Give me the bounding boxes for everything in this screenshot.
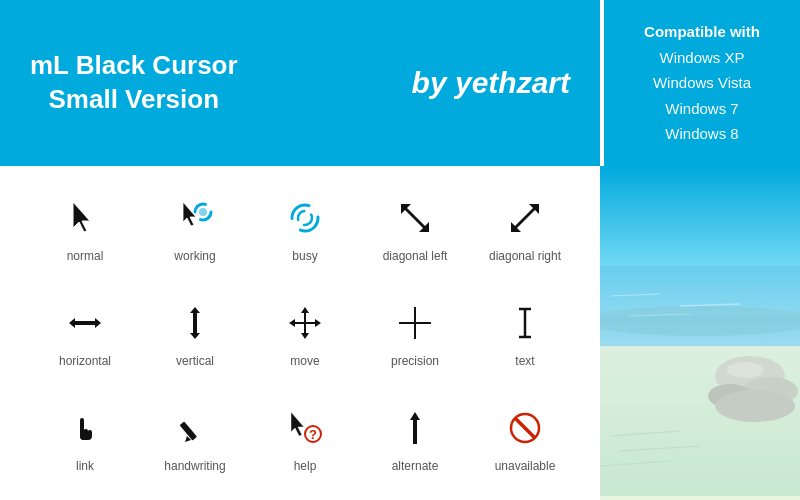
cursors-area: normal working	[0, 166, 600, 500]
cursor-item-diagonal-left: diagonal left	[360, 193, 470, 263]
svg-rect-16	[80, 418, 84, 426]
horizontal-label: horizontal	[59, 354, 111, 368]
header: mL Black Cursor Small Version by yethzar…	[0, 0, 800, 166]
vertical-cursor-icon	[170, 298, 220, 348]
svg-marker-8	[69, 318, 101, 328]
horizontal-cursor-icon	[60, 298, 110, 348]
diagonal-left-label: diagonal left	[383, 249, 448, 263]
cursor-item-text: text	[470, 298, 580, 368]
cursor-item-alternate: alternate	[360, 403, 470, 473]
cursor-item-move: move	[250, 298, 360, 368]
cursor-item-normal: normal	[30, 193, 140, 263]
svg-marker-19	[291, 412, 304, 436]
cursor-item-busy: busy	[250, 193, 360, 263]
alternate-label: alternate	[392, 459, 439, 473]
compatibility-info: Compatible with Windows XP Windows Vista…	[600, 0, 800, 166]
svg-marker-7	[511, 204, 539, 232]
svg-marker-22	[410, 412, 420, 444]
svg-marker-10	[289, 307, 321, 339]
cursor-row-1: normal working	[30, 193, 580, 263]
busy-cursor-icon	[280, 193, 330, 243]
svg-point-4	[292, 205, 318, 231]
working-cursor-icon	[170, 193, 220, 243]
cursor-item-precision: precision	[360, 298, 470, 368]
normal-cursor-icon	[60, 193, 110, 243]
link-cursor-icon	[60, 403, 110, 453]
svg-marker-0	[73, 202, 90, 232]
header-left: mL Black Cursor Small Version by yethzar…	[0, 0, 600, 166]
cursor-item-working: working	[140, 193, 250, 263]
cursor-item-diagonal-right: diagonal right	[470, 193, 580, 263]
text-label: text	[515, 354, 534, 368]
svg-point-3	[199, 208, 207, 216]
precision-cursor-icon	[390, 298, 440, 348]
main-content: normal working	[0, 166, 800, 500]
busy-label: busy	[292, 249, 317, 263]
vertical-label: vertical	[176, 354, 214, 368]
app-title: mL Black Cursor Small Version	[30, 49, 238, 117]
svg-point-5	[298, 211, 312, 225]
diagonal-right-label: diagonal right	[489, 249, 561, 263]
svg-text:?: ?	[309, 427, 317, 442]
svg-point-27	[600, 306, 800, 336]
help-cursor-icon: ?	[280, 403, 330, 453]
svg-marker-6	[401, 204, 429, 232]
cursor-item-horizontal: horizontal	[30, 298, 140, 368]
cursor-item-handwriting: handwriting	[140, 403, 250, 473]
cursor-item-link: link	[30, 403, 140, 473]
move-label: move	[290, 354, 319, 368]
unavailable-label: unavailable	[495, 459, 556, 473]
svg-point-32	[715, 390, 795, 422]
help-label: help	[294, 459, 317, 473]
svg-marker-1	[183, 202, 196, 226]
handwriting-label: handwriting	[164, 459, 225, 473]
unavailable-cursor-icon	[500, 403, 550, 453]
diagonal-right-cursor-icon	[500, 193, 550, 243]
author-label: by yethzart	[412, 66, 570, 100]
working-label: working	[174, 249, 215, 263]
link-label: link	[76, 459, 94, 473]
beach-photo	[600, 166, 800, 500]
svg-marker-9	[190, 307, 200, 339]
cursor-item-unavailable: unavailable	[470, 403, 580, 473]
cursor-item-vertical: vertical	[140, 298, 250, 368]
svg-point-33	[727, 362, 763, 378]
diagonal-left-cursor-icon	[390, 193, 440, 243]
cursor-row-2: horizontal vertical mov	[30, 298, 580, 368]
cursor-row-3: link handwriting	[30, 403, 580, 473]
precision-label: precision	[391, 354, 439, 368]
handwriting-cursor-icon	[170, 403, 220, 453]
text-cursor-icon	[500, 298, 550, 348]
normal-label: normal	[67, 249, 104, 263]
move-cursor-icon	[280, 298, 330, 348]
alternate-cursor-icon	[390, 403, 440, 453]
cursor-item-help: ? help	[250, 403, 360, 473]
